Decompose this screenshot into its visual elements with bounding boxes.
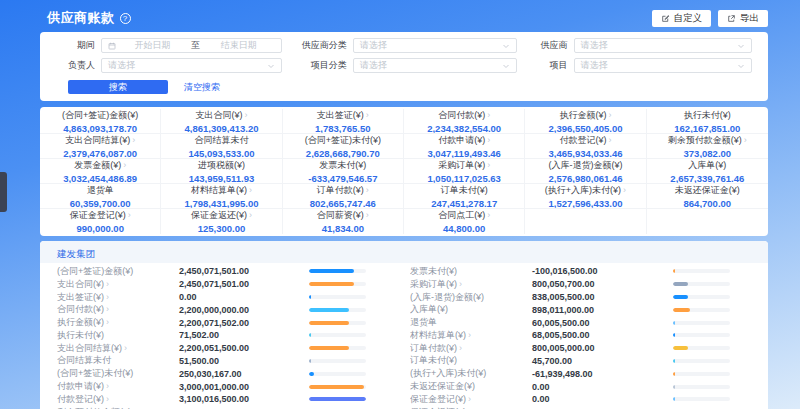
supplier-group-link[interactable]: 建发集团 (57, 248, 95, 259)
range-separator: 至 (191, 39, 200, 52)
detail-row-value: 60,005,500.00 (532, 318, 673, 328)
detail-row: 未返还保证金(¥)› 0.00 (404, 380, 768, 393)
stat-cell[interactable]: 付款登记(¥)› 3,465,934,033.46 (525, 134, 646, 159)
stat-cell[interactable]: 发票金额(¥)› 3,032,454,486.89 (40, 159, 161, 184)
detail-row: 退货单› 60,005,500.00 (404, 316, 768, 329)
drilldown-arrow-icon: › (487, 135, 490, 145)
stat-value: 4,863,093,178.70 (63, 123, 137, 134)
drilldown-arrow-icon: › (366, 210, 369, 220)
detail-row-bar (309, 321, 349, 325)
detail-row-bar (309, 372, 314, 376)
supplier-select[interactable]: 请选择 (574, 38, 752, 53)
owner-select[interactable]: 请选择 (101, 58, 282, 73)
detail-row-label[interactable]: 付款申请(¥)› (57, 380, 179, 393)
detail-row-label[interactable]: 保证金登记(¥)› (410, 393, 532, 406)
drilldown-arrow-icon: › (132, 135, 135, 145)
stat-cell[interactable]: 保证金登记(¥)› 990,000.00 (40, 209, 161, 234)
stat-cell[interactable]: 采购订单(¥)› 1,050,117,025.63 (404, 159, 525, 184)
detail-row[interactable]: 采购订单(¥)› 800,050,700.00 (404, 278, 768, 291)
detail-row-value: 68,005,500.00 (532, 330, 673, 340)
supplier-category-select[interactable]: 请选择 (353, 38, 517, 53)
detail-row-value: 250,030,167.00 (179, 369, 309, 379)
detail-row-label[interactable]: 材料结算单(¥)› (410, 329, 532, 342)
stat-label: 支出合同结算(¥)› (65, 134, 135, 147)
detail-row-value: 71,502.00 (179, 330, 309, 340)
stat-label: 材料结算单(¥)› (191, 184, 252, 197)
detail-row-label: 执行未付(¥)› (57, 329, 179, 342)
stat-cell[interactable]: 执行金额(¥)› 2,396,550,405.00 (525, 109, 646, 134)
stat-value: 1,798,431,995.00 (185, 198, 259, 209)
detail-left-column: (合同+签证)金额(¥)› 2,450,071,501.00 支出合同(¥)› … (40, 265, 404, 409)
detail-row[interactable]: 支出合同(¥)› 2,450,071,501.00 (40, 278, 404, 291)
stat-cell[interactable]: 支出签证(¥)› 1,783,765.50 (283, 109, 404, 134)
detail-row-bar-track (309, 308, 366, 312)
export-button[interactable]: 导出 (718, 10, 768, 27)
supplier-label: 供应商 (529, 39, 568, 52)
drilldown-arrow-icon: › (249, 185, 252, 195)
stat-cell[interactable]: 付款申请(¥)› 3,047,119,493.46 (404, 134, 525, 159)
detail-row[interactable]: 执行金额(¥)› 2,200,071,502.00 (40, 316, 404, 329)
stat-label: 发票金额(¥)› (74, 159, 126, 172)
detail-row-bar-track (673, 346, 730, 350)
chevron-down-icon (267, 62, 275, 70)
detail-row-label[interactable]: 订单付款(¥)› (410, 342, 532, 355)
period-range-input[interactable]: 开始日期 至 结束日期 (101, 38, 282, 53)
detail-row-bar (673, 321, 675, 325)
help-icon[interactable]: ? (120, 13, 131, 24)
detail-row-label: 入库单(¥)› (410, 303, 532, 316)
detail-row-bar-track (673, 385, 730, 389)
stat-label: 合同薪资(¥)› (317, 209, 369, 222)
project-select[interactable]: 请选择 (574, 58, 752, 73)
stat-cell[interactable]: 合同付款(¥)› 2,234,382,554.00 (404, 109, 525, 134)
stat-value: 1,783,765.50 (315, 123, 370, 134)
detail-row[interactable]: 保证金登记(¥)› 0.00 (404, 393, 768, 406)
stat-cell[interactable]: (执行+入库)未付(¥)› 1,527,596,433.00 (525, 184, 646, 209)
stat-cell[interactable]: 剩余预付款金额(¥)› 373,082.00 (647, 134, 768, 159)
detail-row-value: 3,000,001,000.00 (179, 382, 309, 392)
detail-row-label[interactable]: 支出签证(¥)› (57, 291, 179, 304)
detail-row-value: 2,450,071,501.00 (179, 266, 309, 276)
side-drawer-handle[interactable] (0, 172, 7, 212)
detail-row-value: 0.00 (179, 292, 309, 302)
period-label: 期间 (56, 39, 95, 52)
stat-cell: 未返还保证金(¥)› 864,700.00 (647, 184, 768, 209)
detail-row[interactable]: 支出签证(¥)› 0.00 (40, 291, 404, 304)
stat-cell[interactable]: 保证金返还(¥)› 125,300.00 (161, 209, 282, 234)
customize-button[interactable]: 自定义 (652, 10, 712, 27)
stat-cell[interactable]: 支出合同(¥)› 4,861,309,413.20 (161, 109, 282, 134)
detail-row[interactable]: 材料结算单(¥)› 68,005,500.00 (404, 329, 768, 342)
search-button[interactable]: 搜索 (68, 80, 168, 94)
stat-cell: 入库单(¥)› 2,657,339,761.46 (647, 159, 768, 184)
stat-value: 44,800.00 (443, 223, 485, 234)
stat-label: 进项税额(¥)› (198, 159, 245, 172)
detail-row-label[interactable]: 合同付款(¥)› (57, 303, 179, 316)
stat-cell[interactable]: 订单付款(¥)› 802,665,747.46 (283, 184, 404, 209)
stat-cell: 执行未付(¥)› 162,167,851.00 (647, 109, 768, 134)
detail-row-label[interactable]: 付款登记(¥)› (57, 393, 179, 406)
detail-row[interactable]: 支出合同结算(¥)› 2,200,051,500.00 (40, 342, 404, 355)
stat-cell[interactable]: 合同点工(¥)› 44,800.00 (404, 209, 525, 234)
detail-row[interactable]: 付款登记(¥)› 3,100,016,500.00 (40, 393, 404, 406)
detail-row-value: 2,450,071,501.00 (179, 279, 309, 289)
detail-row[interactable]: 付款申请(¥)› 3,000,001,000.00 (40, 380, 404, 393)
detail-row-bar-track (673, 295, 730, 299)
detail-row: (合同+签证)金额(¥)› 2,450,071,501.00 (40, 265, 404, 278)
stat-cell[interactable]: 材料结算单(¥)› 1,798,431,995.00 (161, 184, 282, 209)
stats-grid: (合同+签证)金额(¥)› 4,863,093,178.70 支出合同(¥)› … (40, 109, 768, 234)
detail-row-label[interactable]: 支出合同结算(¥)› (57, 342, 179, 355)
detail-row-bar (309, 359, 311, 363)
stat-label: (执行+入库)未付(¥)› (545, 184, 626, 197)
detail-row-bar (309, 346, 349, 350)
detail-row-bar-track (309, 333, 366, 337)
detail-row[interactable]: 订单付款(¥)› 800,005,000.00 (404, 342, 768, 355)
stat-cell[interactable]: 支出合同结算(¥)› 2,379,476,087.00 (40, 134, 161, 159)
clear-search-link[interactable]: 清空搜索 (184, 81, 220, 94)
detail-row-label[interactable]: 执行金额(¥)› (57, 316, 179, 329)
detail-row-label: (执行+入库)未付(¥)› (410, 367, 532, 380)
detail-row-label[interactable]: 支出合同(¥)› (57, 278, 179, 291)
stat-cell[interactable]: 合同薪资(¥)› 41,834.00 (283, 209, 404, 234)
project-category-label: 项目分类 (296, 59, 347, 72)
project-category-select[interactable]: 请选择 (353, 58, 517, 73)
detail-row[interactable]: 合同付款(¥)› 2,200,000,000.00 (40, 303, 404, 316)
detail-row-label[interactable]: 采购订单(¥)› (410, 278, 532, 291)
